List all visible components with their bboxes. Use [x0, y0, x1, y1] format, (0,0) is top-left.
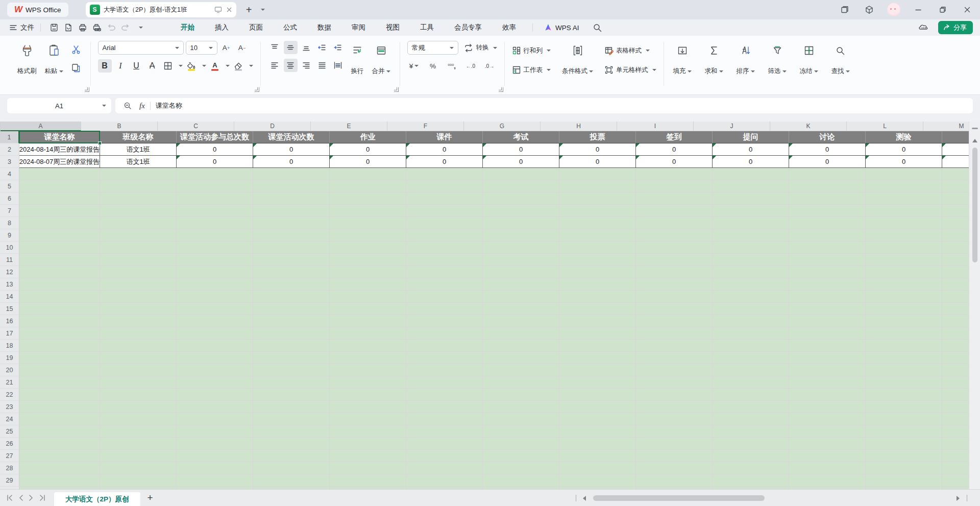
cell-J9[interactable] [713, 229, 789, 242]
number-format-select[interactable]: 常规 [407, 41, 458, 55]
cell-G7[interactable] [483, 205, 559, 217]
copy-button[interactable] [69, 61, 83, 75]
cell-H10[interactable] [559, 242, 636, 254]
horizontal-scroll-thumb[interactable] [593, 495, 765, 501]
vertical-scroll-thumb[interactable] [972, 148, 977, 262]
cell-B6[interactable] [100, 192, 177, 205]
cell-F10[interactable] [406, 242, 483, 254]
cell-C29[interactable] [177, 474, 253, 487]
cell-E12[interactable] [330, 266, 406, 278]
cell-B29[interactable] [100, 474, 177, 487]
cell-H26[interactable] [559, 438, 636, 450]
currency-icon[interactable]: ¥ [407, 59, 421, 73]
cell-D29[interactable] [253, 474, 330, 487]
align-distribute-icon[interactable] [331, 59, 345, 72]
cell-K14[interactable] [789, 291, 866, 303]
row-header-12[interactable]: 12 [0, 266, 19, 278]
cell-G24[interactable] [483, 413, 559, 425]
row-header-24[interactable]: 24 [0, 413, 19, 425]
cell-A2[interactable]: 2024-08-14周三的课堂报告 [19, 143, 100, 156]
cell-K17[interactable] [789, 327, 866, 340]
column-header-G[interactable]: G [464, 122, 541, 131]
cell-D26[interactable] [253, 438, 330, 450]
cell-L28[interactable] [866, 462, 942, 474]
cell-E2[interactable]: 0 [330, 143, 406, 156]
increase-font-icon[interactable]: A+ [219, 41, 233, 55]
cell-B19[interactable] [100, 352, 177, 364]
cell-B8[interactable] [100, 217, 177, 229]
cell-B4[interactable] [100, 168, 177, 180]
cell-M18[interactable] [942, 340, 969, 352]
cell-J24[interactable] [713, 413, 789, 425]
cell-A9[interactable] [19, 229, 100, 242]
scroll-right-icon[interactable] [957, 496, 962, 501]
cell-G5[interactable] [483, 180, 559, 192]
cell-I9[interactable] [636, 229, 713, 242]
underline-button[interactable]: U [130, 59, 143, 73]
align-left-icon[interactable] [268, 59, 282, 72]
cell-M27[interactable] [942, 450, 969, 462]
cell-F17[interactable] [406, 327, 483, 340]
cell-G26[interactable] [483, 438, 559, 450]
increase-indent-icon[interactable] [331, 41, 345, 54]
cell-F26[interactable] [406, 438, 483, 450]
cell-J19[interactable] [713, 352, 789, 364]
cell-H21[interactable] [559, 376, 636, 389]
row-header-14[interactable]: 14 [0, 291, 19, 303]
cell-K4[interactable] [789, 168, 866, 180]
cell-I2[interactable]: 0 [636, 143, 713, 156]
zoom-formula-icon[interactable] [124, 102, 132, 110]
cell-H28[interactable] [559, 462, 636, 474]
cell-G1[interactable]: 考试 [483, 131, 559, 143]
cell-K9[interactable] [789, 229, 866, 242]
row-header-29[interactable]: 29 [0, 474, 19, 487]
cell-L15[interactable] [866, 303, 942, 315]
cell-I14[interactable] [636, 291, 713, 303]
row-header-26[interactable]: 26 [0, 438, 19, 450]
cell-E14[interactable] [330, 291, 406, 303]
cell-L9[interactable] [866, 229, 942, 242]
cell-K15[interactable] [789, 303, 866, 315]
cell-C11[interactable] [177, 254, 253, 266]
cell-A11[interactable] [19, 254, 100, 266]
cell-L26[interactable] [866, 438, 942, 450]
cell-E18[interactable] [330, 340, 406, 352]
clipboard-expand-icon[interactable] [85, 87, 89, 92]
cell-F6[interactable] [406, 192, 483, 205]
row-header-7[interactable]: 7 [0, 205, 19, 217]
row-header-25[interactable]: 25 [0, 425, 19, 438]
wrap-text-button[interactable]: 换行 [349, 41, 366, 78]
ribbon-tab-公式[interactable]: 公式 [273, 20, 307, 35]
cell-I1[interactable]: 签到 [636, 131, 713, 143]
sum-button[interactable]: 求和 [703, 41, 725, 78]
cell-F29[interactable] [406, 474, 483, 487]
cell-G4[interactable] [483, 168, 559, 180]
cell-F22[interactable] [406, 389, 483, 401]
scroll-up-icon[interactable] [972, 136, 977, 142]
cell-C8[interactable] [177, 217, 253, 229]
paste-button[interactable]: 粘贴 [43, 41, 65, 78]
cell-H12[interactable] [559, 266, 636, 278]
cell-B25[interactable] [100, 425, 177, 438]
cell-A23[interactable] [19, 401, 100, 413]
cell-K5[interactable] [789, 180, 866, 192]
fill-color-button[interactable] [185, 59, 199, 73]
cell-C12[interactable] [177, 266, 253, 278]
cell-B23[interactable] [100, 401, 177, 413]
restore-button[interactable] [932, 2, 953, 17]
column-header-F[interactable]: F [387, 122, 464, 131]
cell-E27[interactable] [330, 450, 406, 462]
cell-M5[interactable] [942, 180, 969, 192]
cell-I10[interactable] [636, 242, 713, 254]
cell-C14[interactable] [177, 291, 253, 303]
find-button[interactable]: 查找 [829, 41, 852, 78]
cell-H29[interactable] [559, 474, 636, 487]
cell-K2[interactable]: 0 [789, 143, 866, 156]
quick-access-chevron-icon[interactable] [133, 21, 147, 34]
cell-K12[interactable] [789, 266, 866, 278]
row-header-15[interactable]: 15 [0, 303, 19, 315]
cell-A15[interactable] [19, 303, 100, 315]
cell-L27[interactable] [866, 450, 942, 462]
last-sheet-icon[interactable] [39, 495, 46, 501]
cell-L11[interactable] [866, 254, 942, 266]
